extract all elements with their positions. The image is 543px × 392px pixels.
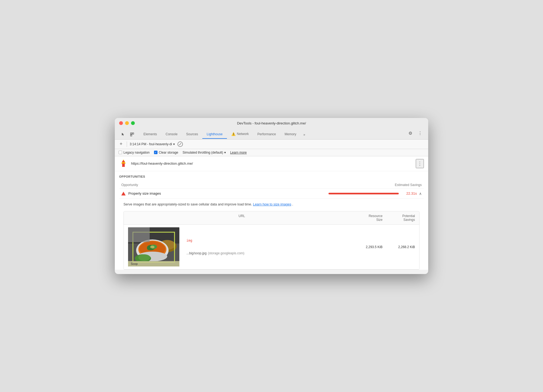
svg-rect-8 xyxy=(122,166,125,167)
svg-point-23 xyxy=(138,254,150,261)
tab-more-button[interactable]: » xyxy=(301,131,308,139)
warning-triangle-icon xyxy=(121,192,126,195)
legacy-navigation-label: Legacy navigation xyxy=(123,151,150,154)
toolbar-row: + 3:14:14 PM - foul-heavenly-di ▾ xyxy=(115,140,428,149)
svg-rect-0 xyxy=(130,133,132,134)
site-url: https://foul-heavenly-direction.glitch.m… xyxy=(131,161,413,165)
tabs: Elements Console Sources Lighthouse ⚠️ N… xyxy=(139,130,407,139)
timestamp-text: 3:14:14 PM - foul-heavenly-di xyxy=(130,142,172,146)
clear-storage-label: Clear storage xyxy=(159,151,178,154)
img-tag: img xyxy=(186,239,356,242)
inspect-icon xyxy=(130,132,134,137)
inspect-icon-button[interactable] xyxy=(128,131,136,138)
svg-rect-6 xyxy=(122,164,125,165)
settings-button[interactable]: ⚙ xyxy=(407,130,414,137)
svg-point-20 xyxy=(150,246,155,248)
learn-size-images-link[interactable]: Learn how to size images xyxy=(253,202,291,206)
opportunity-description: Serve images that are appropriately-size… xyxy=(123,202,420,207)
tab-sources[interactable]: Sources xyxy=(182,130,202,139)
legacy-nav-checkbox-box xyxy=(119,151,122,154)
close-button[interactable] xyxy=(119,121,123,125)
no-entry-icon xyxy=(177,141,183,147)
legacy-navigation-checkbox[interactable]: Legacy navigation xyxy=(119,151,150,154)
opportunity-expanded: Serve images that are appropriately-size… xyxy=(119,199,424,270)
chevron-up-icon: ∧ xyxy=(419,191,422,196)
savings-bar xyxy=(329,193,399,194)
opportunities-title: OPPORTUNITIES xyxy=(119,175,424,178)
opportunity-title: Properly size images xyxy=(128,191,329,195)
minimize-button[interactable] xyxy=(125,121,129,125)
tab-elements[interactable]: Elements xyxy=(139,130,161,139)
image-thumbnail: Soop xyxy=(128,227,179,266)
url-bar: 3:14:14 PM - foul-heavenly-di ▾ xyxy=(130,142,175,146)
soup-thumbnail-image: Soop xyxy=(128,227,179,266)
window-controls xyxy=(119,121,135,125)
detail-table-header: URL ResourceSize PotentialSavings xyxy=(124,211,419,225)
lighthouse-logo-icon xyxy=(119,159,128,168)
resource-size: 2,293.5 KiB xyxy=(356,245,383,249)
timestamp-dropdown[interactable]: 3:14:14 PM - foul-heavenly-di ▾ xyxy=(130,142,175,146)
potential-savings: 2,268.2 KiB xyxy=(383,245,415,249)
tab-console[interactable]: Console xyxy=(161,130,182,139)
toolbar-icons xyxy=(119,131,136,138)
cursor-icon-button[interactable] xyxy=(119,131,127,138)
tab-memory[interactable]: Memory xyxy=(280,130,301,139)
maximize-button[interactable] xyxy=(131,121,135,125)
thumbnail-cell: Soop xyxy=(128,227,182,266)
tabs-row: Elements Console Sources Lighthouse ⚠️ N… xyxy=(119,128,424,139)
savings-bar-container xyxy=(329,193,399,194)
url-cell: img ...big/soop.jpg (storage.googleapis.… xyxy=(186,239,356,255)
divider xyxy=(127,141,127,147)
table-row: Soop img ...big/soop.jpg (sto xyxy=(124,225,419,269)
savings-col-header: Estimated Savings xyxy=(395,183,422,187)
more-options-button[interactable]: ⋮ xyxy=(416,130,424,137)
cursor-icon xyxy=(121,132,125,137)
tab-settings-area: ⚙ ⋮ xyxy=(407,130,424,139)
svg-text:Soop: Soop xyxy=(131,262,138,265)
svg-rect-9 xyxy=(123,160,124,161)
clear-storage-checkbox[interactable]: Clear storage xyxy=(154,151,178,154)
throttling-label: Simulated throttling (default) xyxy=(183,151,223,154)
learn-more-link[interactable]: Learn more xyxy=(230,151,247,154)
dropdown-arrow-icon: ▾ xyxy=(173,142,175,146)
potential-col-header: PotentialSavings xyxy=(383,214,415,222)
throttling-dropdown[interactable]: Simulated throttling (default) ▾ xyxy=(183,151,226,154)
svg-marker-4 xyxy=(121,162,126,164)
svg-rect-7 xyxy=(122,165,125,166)
svg-rect-2 xyxy=(130,135,132,136)
throttling-dropdown-arrow: ▾ xyxy=(224,151,226,154)
resource-col-header: ResourceSize xyxy=(356,214,383,222)
url-more-button[interactable]: ⋮ xyxy=(416,159,424,168)
url-col-header: URL xyxy=(128,214,356,222)
url-info-row: https://foul-heavenly-direction.glitch.m… xyxy=(115,156,428,171)
savings-time: 22.31s xyxy=(402,191,417,195)
tab-network[interactable]: ⚠️ Network xyxy=(227,130,253,139)
detail-table: URL ResourceSize PotentialSavings xyxy=(123,211,420,270)
tab-lighthouse[interactable]: Lighthouse xyxy=(202,130,227,139)
title-bar: DevTools - foul-heavenly-direction.glitc… xyxy=(115,118,428,140)
svg-rect-5 xyxy=(122,164,125,164)
add-button[interactable]: + xyxy=(118,141,124,147)
file-url: ...big/soop.jpg xyxy=(186,251,207,255)
clear-storage-checkbox-box xyxy=(154,151,157,154)
opportunities-table-header: Opportunity Estimated Savings xyxy=(119,181,424,189)
svg-rect-27 xyxy=(128,227,150,242)
opportunities-section: OPPORTUNITIES Opportunity Estimated Savi… xyxy=(115,171,428,270)
main-content: https://foul-heavenly-direction.glitch.m… xyxy=(115,156,428,270)
opportunity-row-images[interactable]: Properly size images 22.31s ∧ xyxy=(119,189,424,199)
window-title: DevTools - foul-heavenly-direction.glitc… xyxy=(237,121,306,125)
storage-source: (storage.googleapis.com) xyxy=(208,251,244,255)
tab-performance[interactable]: Performance xyxy=(253,130,280,139)
options-row: Legacy navigation Clear storage Simulate… xyxy=(115,149,428,156)
svg-rect-1 xyxy=(132,133,134,134)
devtools-window: DevTools - foul-heavenly-direction.glitc… xyxy=(115,118,428,274)
network-warning-icon: ⚠️ xyxy=(231,132,236,136)
opportunity-col-header: Opportunity xyxy=(121,183,395,187)
